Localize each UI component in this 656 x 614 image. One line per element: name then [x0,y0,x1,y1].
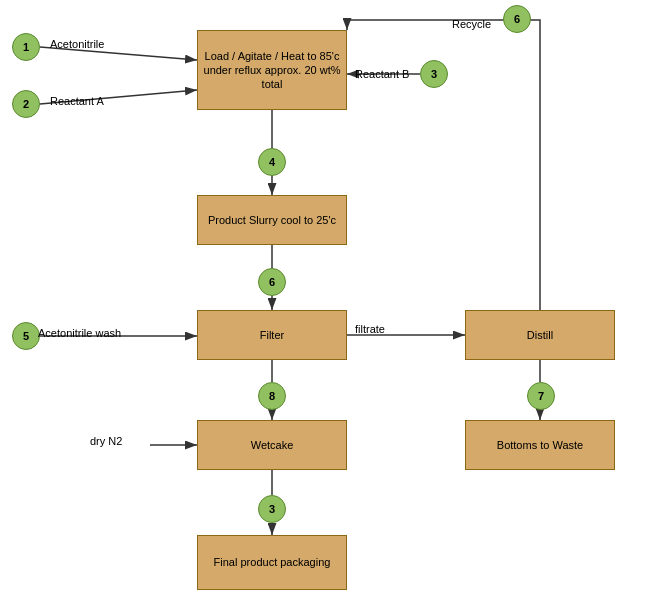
bottoms-box: Bottoms to Waste [465,420,615,470]
circle-8: 8 [258,382,286,410]
circle-6-recycle: 6 [503,5,531,33]
circle-3-packaging: 3 [258,495,286,523]
label-filtrate: filtrate [355,323,385,335]
circle-2: 2 [12,90,40,118]
label-reactantB: Reactant B [355,68,409,80]
wetcake-box: Wetcake [197,420,347,470]
label-dryN2: dry N2 [90,435,122,447]
circle-4: 4 [258,148,286,176]
circle-1: 1 [12,33,40,61]
distill-box: Distill [465,310,615,360]
circle-3-reactantb: 3 [420,60,448,88]
circle-7: 7 [527,382,555,410]
reactor-box: Load / Agitate / Heat to 85'cunder reflu… [197,30,347,110]
label-reactantA: Reactant A [50,95,104,107]
label-acetonitrile: Acetonitrile [50,38,104,50]
packaging-box: Final product packaging [197,535,347,590]
slurry-box: Product Slurry cool to 25'c [197,195,347,245]
circle-5: 5 [12,322,40,350]
diagram: Load / Agitate / Heat to 85'cunder reflu… [0,0,656,614]
filter-box: Filter [197,310,347,360]
circle-6-filter: 6 [258,268,286,296]
label-acetoWash: Acetonitrile wash [38,327,121,339]
label-recycle: Recycle [452,18,491,30]
